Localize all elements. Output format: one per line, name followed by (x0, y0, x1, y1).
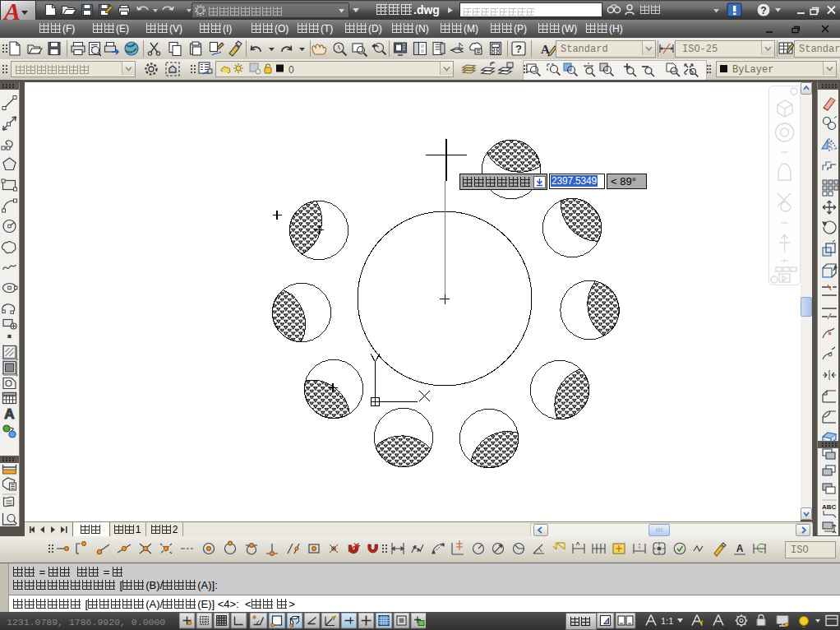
svg-text:?: ? (760, 5, 766, 16)
svg-text:?: ? (515, 43, 522, 55)
svg-text:ABC: ABC (822, 503, 837, 511)
svg-text:1:1: 1:1 (661, 616, 673, 626)
svg-text:A: A (2, 1, 21, 21)
svg-text:A: A (736, 543, 744, 554)
svg-text:A: A (4, 406, 14, 422)
